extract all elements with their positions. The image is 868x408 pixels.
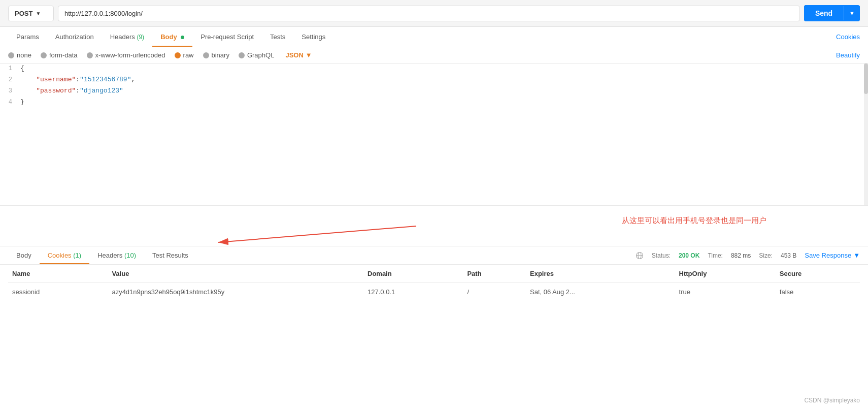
line-num-2: 2 bbox=[0, 76, 20, 83]
method-chevron-icon: ▼ bbox=[36, 11, 41, 16]
save-response-chevron-icon: ▼ bbox=[853, 252, 860, 259]
send-button[interactable]: Send ▼ bbox=[804, 5, 860, 21]
method-label: POST bbox=[15, 10, 32, 17]
size-label: Size: bbox=[759, 252, 773, 259]
radio-urlencoded-circle bbox=[87, 52, 93, 58]
line-content-4: } bbox=[20, 98, 868, 106]
table-row: sessionidazy4d1n9pns32eh95oq9i1shtmc1k95… bbox=[8, 283, 860, 301]
cell-name: sessionid bbox=[8, 283, 108, 301]
json-chevron-icon: ▼ bbox=[306, 51, 312, 59]
resp-headers-badge: (10) bbox=[124, 252, 136, 259]
body-type-row: none form-data x-www-form-urlencoded raw… bbox=[0, 47, 868, 64]
annotation-text: 从这里可以看出用手机号登录也是同一用户 bbox=[622, 216, 766, 226]
url-input[interactable] bbox=[58, 6, 800, 21]
line-num-1: 1 bbox=[0, 65, 20, 72]
send-label: Send bbox=[804, 5, 844, 21]
line-num-3: 3 bbox=[0, 87, 20, 95]
body-active-dot bbox=[181, 36, 184, 39]
time-value: 882 ms bbox=[731, 252, 751, 259]
col-value: Value bbox=[108, 265, 363, 283]
resp-tab-body[interactable]: Body bbox=[8, 246, 40, 264]
tab-pre-request[interactable]: Pre-request Script bbox=[192, 27, 262, 47]
response-tabs: Body Cookies (1) Headers (10) Test Resul… bbox=[0, 246, 868, 265]
radio-binary-circle bbox=[203, 52, 209, 58]
tabs-left: Params Authorization Headers (9) Body Pr… bbox=[8, 27, 836, 47]
json-dropdown[interactable]: JSON ▼ bbox=[285, 51, 312, 59]
tab-headers[interactable]: Headers (9) bbox=[102, 27, 152, 47]
cell-path: / bbox=[463, 283, 526, 301]
radio-graphql[interactable]: GraphQL bbox=[239, 51, 274, 59]
beautify-button[interactable]: Beautify bbox=[836, 51, 860, 59]
col-name: Name bbox=[8, 265, 108, 283]
code-line-1: 1 { bbox=[0, 64, 868, 75]
url-bar: POST ▼ Send ▼ bbox=[0, 0, 868, 27]
tab-tests[interactable]: Tests bbox=[262, 27, 293, 47]
tab-cookies-link[interactable]: Cookies bbox=[836, 27, 860, 47]
radio-raw[interactable]: raw bbox=[175, 51, 194, 59]
line-num-4: 4 bbox=[0, 98, 20, 106]
cell-expires: Sat, 06 Aug 2... bbox=[526, 283, 675, 301]
code-lines: 1 { 2 "username":"15123456789", 3 "passw… bbox=[0, 64, 868, 108]
radio-form-data[interactable]: form-data bbox=[41, 51, 78, 59]
status-info: Status: 200 OK Time: 882 ms Size: 453 B … bbox=[636, 252, 860, 260]
headers-badge: (9) bbox=[137, 34, 144, 41]
line-content-1: { bbox=[20, 65, 868, 72]
tab-authorization[interactable]: Authorization bbox=[47, 27, 102, 47]
radio-none-circle bbox=[8, 52, 14, 58]
cookies-table: Name Value Domain Path Expires HttpOnly … bbox=[8, 265, 860, 301]
line-content-3: "password":"django123" bbox=[20, 87, 868, 95]
col-path: Path bbox=[463, 265, 526, 283]
method-select[interactable]: POST ▼ bbox=[8, 6, 54, 21]
resp-tab-headers[interactable]: Headers (10) bbox=[89, 246, 144, 264]
radio-raw-circle bbox=[175, 52, 181, 58]
cookies-badge: (1) bbox=[73, 252, 81, 259]
radio-none[interactable]: none bbox=[8, 51, 31, 59]
time-label: Time: bbox=[708, 252, 723, 259]
status-label: Status: bbox=[652, 252, 671, 259]
save-response-button[interactable]: Save Response ▼ bbox=[805, 252, 860, 259]
resp-tab-cookies[interactable]: Cookies (1) bbox=[40, 246, 89, 264]
radio-formdata-circle bbox=[41, 52, 47, 58]
table-header-row: Name Value Domain Path Expires HttpOnly … bbox=[8, 265, 860, 283]
col-httponly: HttpOnly bbox=[675, 265, 776, 283]
editor-scrollbar[interactable] bbox=[864, 64, 868, 205]
line-content-2: "username":"15123456789", bbox=[20, 76, 868, 83]
col-domain: Domain bbox=[363, 265, 463, 283]
cookies-table-area: Name Value Domain Path Expires HttpOnly … bbox=[0, 265, 868, 301]
editor-scrollbar-thumb bbox=[864, 64, 868, 94]
tabs-row: Params Authorization Headers (9) Body Pr… bbox=[0, 27, 868, 47]
resp-tab-test-results[interactable]: Test Results bbox=[144, 246, 196, 264]
code-editor[interactable]: 1 { 2 "username":"15123456789", 3 "passw… bbox=[0, 64, 868, 206]
annotation-area: 从这里可以看出用手机号登录也是同一用户 bbox=[0, 206, 868, 246]
annotation-arrow bbox=[0, 206, 868, 246]
radio-graphql-circle bbox=[239, 52, 245, 58]
cell-domain: 127.0.0.1 bbox=[363, 283, 463, 301]
cell-value: azy4d1n9pns32eh95oq9i1shtmc1k95y bbox=[108, 283, 363, 301]
status-value: 200 OK bbox=[679, 252, 699, 259]
radio-urlencoded[interactable]: x-www-form-urlencoded bbox=[87, 51, 165, 59]
tab-params[interactable]: Params bbox=[8, 27, 47, 47]
code-line-3: 3 "password":"django123" bbox=[0, 86, 868, 97]
svg-line-1 bbox=[218, 226, 416, 242]
cell-httponly: true bbox=[675, 283, 776, 301]
cell-secure: false bbox=[776, 283, 860, 301]
col-secure: Secure bbox=[776, 265, 860, 283]
tab-settings[interactable]: Settings bbox=[293, 27, 333, 47]
size-value: 453 B bbox=[781, 252, 796, 259]
send-dropdown-icon[interactable]: ▼ bbox=[844, 6, 860, 20]
code-line-4: 4 } bbox=[0, 97, 868, 108]
tab-body[interactable]: Body bbox=[152, 27, 192, 47]
globe-icon bbox=[636, 252, 644, 260]
cookies-tbody: sessionidazy4d1n9pns32eh95oq9i1shtmc1k95… bbox=[8, 283, 860, 301]
code-line-2: 2 "username":"15123456789", bbox=[0, 75, 868, 86]
col-expires: Expires bbox=[526, 265, 675, 283]
radio-binary[interactable]: binary bbox=[203, 51, 229, 59]
